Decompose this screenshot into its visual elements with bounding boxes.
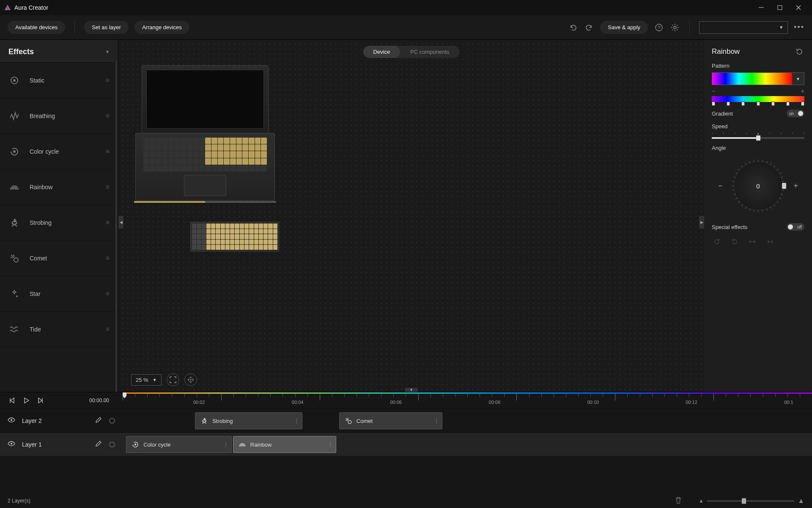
device-canvas[interactable]: Device PC components ◀ ▶ ▼ 25 % ▼ — [118, 40, 704, 392]
layer-track[interactable]: Color cycle ⋮ Rainbow ⋮ — [123, 433, 812, 456]
settings-icon[interactable] — [670, 22, 680, 33]
visibility-icon[interactable] — [8, 416, 15, 425]
profile-dropdown[interactable]: ▼ — [699, 21, 788, 34]
more-menu-icon[interactable]: ••• — [794, 23, 804, 32]
clip-strobing[interactable]: Strobing ⋮ — [195, 412, 302, 429]
undo-icon[interactable] — [568, 22, 578, 33]
effects-sidebar: Effects ▼ Static ≡ Breathing ≡ Color cyc… — [0, 40, 118, 392]
drag-handle-icon[interactable]: ≡ — [106, 290, 110, 298]
angle-dial[interactable]: 0 — [729, 156, 788, 215]
clip-label: Strobing — [212, 418, 233, 424]
effect-item-tide[interactable]: Tide ≡ — [0, 312, 118, 347]
svg-point-6 — [674, 26, 676, 29]
effect-item-color-cycle[interactable]: Color cycle ≡ — [0, 134, 118, 169]
clip-grip-icon[interactable]: ⋮ — [433, 417, 439, 424]
clip-grip-icon[interactable]: ⋮ — [223, 441, 229, 448]
record-icon[interactable] — [109, 418, 115, 424]
reset-icon[interactable] — [794, 47, 804, 57]
rotate-cw-icon[interactable] — [712, 237, 722, 247]
canvas-controls: 25 % ▼ — [131, 373, 197, 386]
device-laptop[interactable] — [135, 65, 275, 201]
drag-handle-icon[interactable]: ≡ — [106, 112, 110, 120]
save-apply-button[interactable]: Save & apply — [600, 21, 648, 34]
center-view-icon[interactable] — [184, 373, 197, 386]
effect-item-comet[interactable]: Comet ≡ — [0, 240, 118, 276]
window-close-button[interactable] — [789, 0, 808, 15]
help-icon[interactable]: ? — [654, 22, 664, 33]
pattern-dropdown[interactable]: ▼ — [712, 72, 804, 85]
gradient-toggle[interactable]: on — [787, 110, 804, 117]
angle-value: 0 — [756, 182, 760, 190]
tab-device[interactable]: Device — [363, 46, 400, 58]
app-title: Aura Creator — [14, 4, 48, 11]
layer-count: 2 Layer(s) — [8, 498, 30, 504]
rotate-ccw-icon[interactable] — [730, 237, 740, 247]
skip-end-icon[interactable] — [36, 396, 45, 405]
drag-handle-icon[interactable]: ≡ — [106, 219, 110, 226]
effects-header[interactable]: Effects ▼ — [0, 40, 118, 63]
rainbow-icon — [8, 181, 20, 193]
effect-item-star[interactable]: Star ≡ — [0, 276, 118, 312]
properties-panel: Rainbow Pattern ▼ −+ Gradient on Speed A… — [704, 40, 812, 392]
fit-view-icon[interactable] — [167, 373, 179, 386]
svg-point-14 — [190, 379, 191, 381]
angle-decrease-button[interactable]: − — [718, 182, 723, 190]
edit-icon[interactable] — [95, 440, 102, 448]
timeline-zoom-slider[interactable]: ▲ ▲ — [699, 497, 804, 505]
record-icon[interactable] — [109, 442, 115, 447]
play-icon[interactable] — [22, 396, 30, 405]
collapse-horizontal-icon[interactable] — [765, 237, 775, 247]
arrange-devices-button[interactable]: Arrange devices — [134, 21, 189, 34]
effect-label: Breathing — [30, 113, 96, 119]
drag-handle-icon[interactable]: ≡ — [106, 183, 110, 191]
visibility-icon[interactable] — [8, 440, 15, 449]
expand-horizontal-icon[interactable] — [747, 237, 757, 247]
tab-pc-components[interactable]: PC components — [400, 46, 460, 58]
edit-icon[interactable] — [95, 417, 102, 425]
window-maximize-button[interactable] — [771, 0, 789, 15]
remove-stop-button[interactable]: − — [712, 88, 715, 94]
skip-start-icon[interactable] — [8, 396, 16, 405]
layer-row[interactable]: Layer 1 Color cycle ⋮ Rainbow ⋮ — [0, 432, 812, 456]
angle-increase-button[interactable]: + — [794, 182, 798, 190]
svg-point-8 — [13, 79, 16, 82]
effect-item-static[interactable]: Static ≡ — [0, 63, 118, 98]
clip-color-cycle[interactable]: Color cycle ⋮ — [126, 436, 231, 453]
effect-item-breathing[interactable]: Breathing ≡ — [0, 98, 118, 134]
sidebar-scrollbar[interactable] — [115, 61, 117, 392]
comet-icon — [8, 252, 20, 264]
speed-slider[interactable] — [712, 137, 804, 139]
collapse-right-icon[interactable]: ▶ — [699, 216, 704, 229]
effect-item-strobing[interactable]: Strobing ≡ — [0, 205, 118, 240]
layer-track[interactable]: Strobing ⋮ Comet ⋮ — [123, 409, 812, 432]
clip-rainbow[interactable]: Rainbow ⋮ — [233, 436, 337, 453]
app-logo-icon — [4, 4, 11, 11]
layer-row[interactable]: Layer 2 Strobing ⋮ Comet ⋮ — [0, 409, 812, 432]
svg-point-12 — [16, 295, 18, 297]
delete-layer-icon[interactable] — [675, 497, 682, 505]
drag-handle-icon[interactable]: ≡ — [106, 254, 110, 262]
redo-icon[interactable] — [584, 22, 594, 33]
set-as-layer-button[interactable]: Set as layer — [84, 21, 129, 34]
drag-handle-icon[interactable]: ≡ — [106, 148, 110, 155]
window-minimize-button[interactable] — [752, 0, 771, 15]
clip-grip-icon[interactable]: ⋮ — [327, 441, 333, 448]
svg-rect-2 — [759, 7, 764, 8]
device-keyboard[interactable] — [190, 222, 279, 251]
gradient-stops-bar[interactable] — [712, 96, 804, 102]
timeline-ruler[interactable]: 00:0200:0400:0600:0800:1000:1200:1 — [123, 392, 812, 409]
drag-handle-icon[interactable]: ≡ — [106, 326, 110, 333]
current-time: 00:00.00 — [89, 398, 109, 403]
available-devices-button[interactable]: Available devices — [8, 21, 65, 34]
effect-item-rainbow[interactable]: Rainbow ≡ — [0, 169, 118, 205]
clip-grip-icon[interactable]: ⋮ — [294, 417, 299, 424]
clip-comet[interactable]: Comet ⋮ — [339, 412, 443, 429]
special-effects-toggle[interactable]: off — [787, 223, 804, 231]
collapse-bottom-icon[interactable]: ▼ — [405, 388, 418, 392]
drag-handle-icon[interactable]: ≡ — [106, 77, 110, 84]
star-icon — [8, 288, 20, 300]
collapse-left-icon[interactable]: ◀ — [118, 216, 123, 229]
zoom-dropdown[interactable]: 25 % ▼ — [131, 374, 162, 386]
add-stop-button[interactable]: + — [801, 88, 804, 94]
effect-name-title: Rainbow — [712, 47, 740, 56]
